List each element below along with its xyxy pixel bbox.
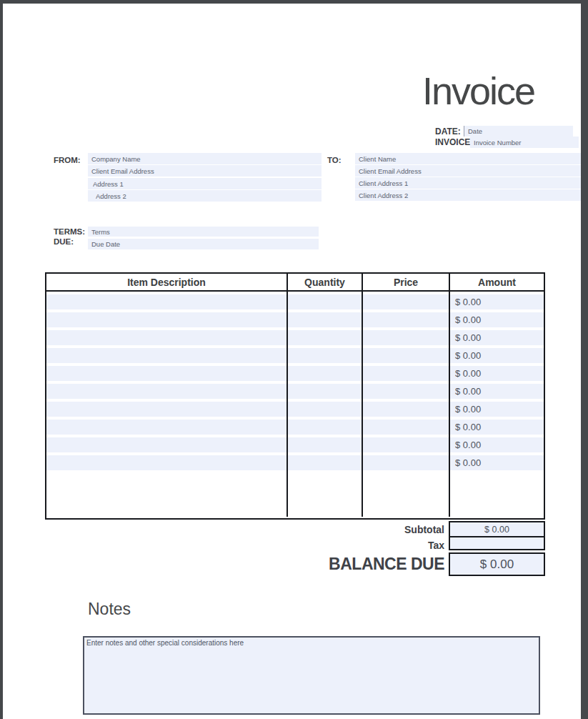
due-date-input[interactable] [88,239,319,249]
to-field-input-3[interactable] [355,177,581,189]
quantity-cell-row-8[interactable] [288,420,362,435]
description-column [46,292,288,517]
items-table: Item Description Quantity Price Amount $… [45,272,545,520]
column-header-description: Item Description [46,274,288,290]
amount-cell-row-3: $ 0.00 [450,330,544,345]
terms-input[interactable] [88,227,319,237]
viewer-frame-top [0,0,588,4]
terms-label: TERMS: [54,227,85,236]
price-cell-row-5[interactable] [363,366,449,381]
column-header-amount: Amount [450,274,544,290]
price-cell-row-10[interactable] [363,455,449,470]
price-cell-row-9[interactable] [363,437,449,452]
from-label: FROM: [54,156,81,164]
from-field-input-3[interactable] [88,178,322,189]
price-cell-row-7[interactable] [363,402,449,417]
balance-due-value: $ 0.00 [449,552,545,576]
amount-cell-row-9: $ 0.00 [450,437,544,452]
item-description-cell-row-3[interactable] [46,330,286,345]
notes-textarea[interactable] [83,636,540,715]
column-header-quantity: Quantity [288,274,363,290]
invoice-number-label: INVOICE [435,137,470,147]
to-field-input-1[interactable] [355,153,581,164]
balance-due-label: BALANCE DUE [329,555,444,574]
price-column [363,292,450,517]
amount-cell-row-7: $ 0.00 [450,402,544,417]
quantity-cell-row-7[interactable] [288,402,362,417]
notes-heading: Notes [88,600,131,619]
items-table-header: Item Description Quantity Price Amount [46,274,544,292]
from-field-input-4[interactable] [88,190,322,202]
viewer-frame-right [581,0,588,719]
quantity-cell-row-10[interactable] [288,455,362,470]
subtotal-value: $ 0.00 [449,521,545,537]
items-table-body: $ 0.00$ 0.00$ 0.00$ 0.00$ 0.00$ 0.00$ 0.… [46,292,544,517]
subtotal-label: Subtotal [404,524,444,535]
page-title: Invoice [422,69,534,113]
amount-cell-row-4: $ 0.00 [450,348,544,363]
price-cell-row-1[interactable] [363,294,449,309]
from-field-input-2[interactable] [88,165,322,177]
quantity-cell-row-3[interactable] [288,330,362,345]
amount-cell-row-2: $ 0.00 [450,312,544,327]
item-description-cell-row-4[interactable] [46,348,286,363]
item-description-cell-row-7[interactable] [46,402,286,417]
price-cell-row-6[interactable] [363,384,449,399]
invoice-number-input[interactable] [470,137,579,148]
from-field-input-1[interactable] [88,153,322,164]
price-cell-row-3[interactable] [363,330,449,345]
quantity-cell-row-9[interactable] [288,437,362,452]
item-description-cell-row-9[interactable] [46,437,286,452]
tax-input[interactable] [449,536,545,550]
amount-cell-row-1: $ 0.00 [450,294,544,309]
item-description-cell-row-6[interactable] [46,384,286,399]
due-label: DUE: [54,237,74,246]
quantity-cell-row-2[interactable] [288,312,362,327]
price-cell-row-4[interactable] [363,348,449,363]
to-field-input-4[interactable] [355,189,581,201]
quantity-cell-row-4[interactable] [288,348,362,363]
amount-cell-row-5: $ 0.00 [450,366,544,381]
amount-cell-row-6: $ 0.00 [450,384,544,399]
item-description-cell-row-2[interactable] [46,312,286,327]
item-description-cell-row-10[interactable] [46,455,286,470]
item-description-cell-row-8[interactable] [46,420,286,435]
date-input[interactable] [464,126,573,137]
date-label: DATE: [435,127,461,137]
quantity-column [288,292,363,517]
quantity-cell-row-1[interactable] [288,294,362,309]
price-cell-row-8[interactable] [363,420,449,435]
column-header-price: Price [363,274,450,290]
quantity-cell-row-5[interactable] [288,366,362,381]
amount-column: $ 0.00$ 0.00$ 0.00$ 0.00$ 0.00$ 0.00$ 0.… [450,292,544,517]
price-cell-row-2[interactable] [363,312,449,327]
quantity-cell-row-6[interactable] [288,384,362,399]
amount-cell-row-8: $ 0.00 [450,420,544,435]
item-description-cell-row-5[interactable] [46,366,286,381]
viewer-frame-left [0,0,3,719]
tax-label: Tax [428,540,444,551]
invoice-page: Invoice DATE: INVOICE FROM: TO: TERMS: D… [0,0,588,719]
item-description-cell-row-1[interactable] [46,294,286,309]
amount-cell-row-10: $ 0.00 [450,455,544,470]
to-label: TO: [327,156,342,164]
to-field-input-2[interactable] [355,165,581,177]
